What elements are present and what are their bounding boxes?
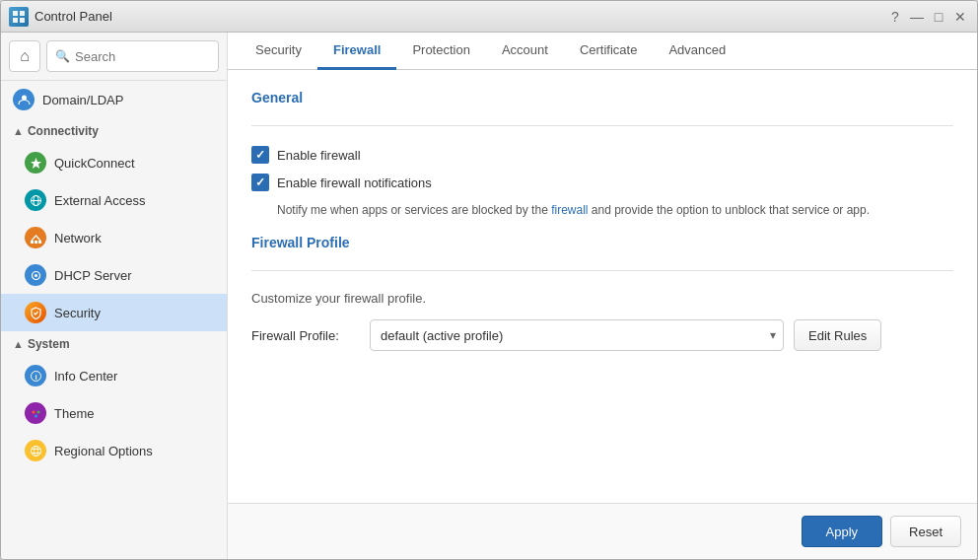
- search-icon: 🔍: [55, 49, 70, 63]
- general-divider: [251, 125, 953, 126]
- quickconnect-icon: [25, 152, 46, 174]
- connectivity-chevron: ▲: [13, 125, 24, 137]
- network-icon: [25, 227, 46, 248]
- home-button[interactable]: ⌂: [9, 40, 40, 72]
- enable-firewall-label: Enable firewall: [277, 148, 361, 163]
- sidebar-item-dhcp[interactable]: DHCP Server: [1, 256, 227, 294]
- regional-icon: [25, 440, 46, 461]
- svg-rect-2: [13, 18, 18, 23]
- sidebar-top: ⌂ 🔍: [1, 33, 227, 81]
- svg-text:i: i: [35, 373, 36, 382]
- info-text-part1: Notify me when apps or services are bloc…: [277, 203, 548, 217]
- security-label: Security: [54, 306, 101, 320]
- profile-label: Firewall Profile:: [251, 328, 360, 343]
- tab-firewall[interactable]: Firewall: [317, 33, 396, 70]
- control-panel-window: Control Panel ? — □ ✕ ⌂ 🔍: [0, 0, 978, 560]
- tab-security[interactable]: Security: [240, 33, 317, 70]
- titlebar: Control Panel ? — □ ✕: [1, 1, 977, 33]
- enable-notifications-checkbox[interactable]: [251, 174, 269, 191]
- security-icon: [25, 302, 46, 323]
- info-text-part2: and provide the option to unblock that s…: [592, 203, 870, 217]
- apply-button[interactable]: Apply: [802, 516, 883, 547]
- theme-label: Theme: [54, 406, 94, 421]
- svg-rect-8: [31, 241, 34, 244]
- svg-point-20: [34, 446, 37, 455]
- svg-point-17: [36, 410, 39, 413]
- app-icon: [9, 7, 29, 27]
- dhcp-label: DHCP Server: [54, 268, 132, 283]
- tab-protection[interactable]: Protection: [396, 33, 486, 70]
- general-section-title: General: [251, 90, 953, 105]
- sidebar-item-network[interactable]: Network: [1, 219, 227, 256]
- sidebar-item-regional[interactable]: Regional Options: [1, 432, 227, 469]
- connectivity-section-header[interactable]: ▲ Connectivity: [1, 118, 227, 144]
- profile-select-wrapper: default (active profile) ▾: [370, 319, 784, 351]
- edit-rules-button[interactable]: Edit Rules: [794, 319, 881, 351]
- reset-button[interactable]: Reset: [890, 516, 961, 547]
- content-body: General Enable firewall Enable firewall …: [228, 70, 977, 503]
- search-box[interactable]: 🔍: [46, 40, 219, 72]
- external-access-label: External Access: [54, 193, 146, 208]
- minimize-button[interactable]: —: [908, 8, 926, 26]
- network-label: Network: [54, 231, 102, 245]
- enable-firewall-checkbox[interactable]: [251, 146, 269, 164]
- system-chevron: ▲: [13, 338, 24, 350]
- window-controls: ? — □ ✕: [886, 8, 969, 26]
- firewall-profile-section: Firewall Profile Customize your firewall…: [251, 235, 953, 351]
- svg-point-18: [35, 414, 37, 417]
- svg-rect-10: [38, 241, 41, 244]
- titlebar-left: Control Panel: [9, 7, 112, 27]
- tab-certificate[interactable]: Certificate: [564, 33, 654, 70]
- domain-ldap-label: Domain/LDAP: [42, 93, 123, 107]
- content-footer: Apply Reset: [228, 503, 977, 559]
- connectivity-label: Connectivity: [28, 124, 99, 138]
- svg-point-19: [31, 446, 40, 455]
- system-section-header[interactable]: ▲ System: [1, 331, 227, 357]
- profile-select[interactable]: default (active profile): [370, 319, 784, 351]
- profile-row: Firewall Profile: default (active profil…: [251, 319, 953, 351]
- svg-rect-1: [20, 11, 25, 16]
- window-title: Control Panel: [35, 9, 112, 24]
- svg-point-16: [32, 410, 35, 413]
- enable-notifications-label: Enable firewall notifications: [277, 175, 432, 190]
- svg-rect-9: [35, 241, 37, 244]
- theme-icon: [25, 402, 46, 424]
- main-layout: ⌂ 🔍 Domain/LDAP ▲ Connecti: [1, 33, 977, 559]
- firewall-profile-title: Firewall Profile: [251, 235, 953, 250]
- enable-firewall-row: Enable firewall: [251, 146, 953, 164]
- sidebar: ⌂ 🔍 Domain/LDAP ▲ Connecti: [1, 33, 228, 559]
- sidebar-item-domain-ldap[interactable]: Domain/LDAP: [1, 81, 227, 118]
- enable-notifications-row: Enable firewall notifications: [251, 174, 953, 191]
- dhcp-icon: [25, 264, 46, 286]
- svg-rect-3: [20, 18, 25, 23]
- info-center-label: Info Center: [54, 369, 117, 384]
- tab-account[interactable]: Account: [486, 33, 564, 70]
- svg-rect-0: [13, 11, 18, 16]
- help-button[interactable]: ?: [886, 8, 904, 26]
- firewall-info-text: Notify me when apps or services are bloc…: [277, 201, 953, 219]
- svg-point-12: [35, 274, 37, 277]
- close-button[interactable]: ✕: [951, 8, 969, 26]
- regional-label: Regional Options: [54, 444, 153, 458]
- external-access-icon: [25, 189, 46, 211]
- sidebar-item-external-access[interactable]: External Access: [1, 181, 227, 219]
- info-text-highlight: firewall: [551, 203, 588, 217]
- tabs-bar: Security Firewall Protection Account Cer…: [228, 33, 977, 70]
- search-input[interactable]: [75, 49, 210, 64]
- sidebar-item-theme[interactable]: Theme: [1, 394, 227, 432]
- sidebar-item-info-center[interactable]: i Info Center: [1, 357, 227, 394]
- profile-divider: [251, 270, 953, 271]
- maximize-button[interactable]: □: [930, 8, 947, 26]
- profile-description: Customize your firewall profile.: [251, 291, 953, 306]
- content-area: Security Firewall Protection Account Cer…: [228, 33, 977, 559]
- info-center-icon: i: [25, 365, 46, 386]
- svg-point-4: [22, 95, 27, 100]
- domain-ldap-icon: [13, 89, 35, 110]
- sidebar-item-security[interactable]: Security: [1, 294, 227, 331]
- general-section: General Enable firewall Enable firewall …: [251, 90, 953, 219]
- system-label: System: [28, 337, 70, 351]
- tab-advanced[interactable]: Advanced: [653, 33, 741, 70]
- sidebar-item-quickconnect[interactable]: QuickConnect: [1, 144, 227, 181]
- quickconnect-label: QuickConnect: [54, 156, 135, 171]
